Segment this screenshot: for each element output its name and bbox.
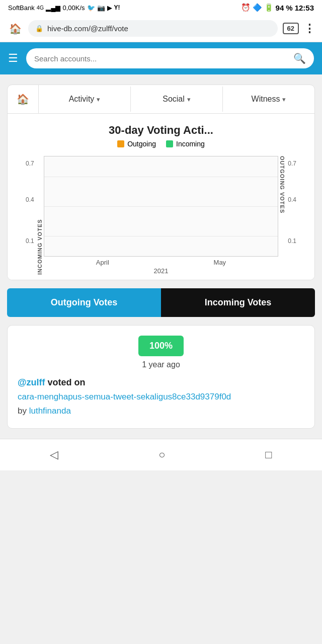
legend-outgoing: Outgoing (117, 140, 156, 148)
nav-card: 🏠 Activity ▾ Social ▾ Witness ▾ 30-day V… (7, 85, 315, 280)
twitter-icon: 🐦 (87, 4, 95, 12)
carrier-text: SoftBank (8, 4, 35, 12)
chart-year: 2021 (44, 267, 278, 275)
vote-percent-badge: 100% (18, 336, 304, 360)
network-type: 4G (37, 5, 44, 11)
y-tick-left-1: 0.7 (26, 160, 34, 167)
youtube-icon: ▶ (107, 4, 112, 12)
battery-level: 94 (276, 4, 284, 12)
url-text: hive-db.com/@zulff/vote (47, 24, 271, 33)
nav-tabs: 🏠 Activity ▾ Social ▾ Witness ▾ (8, 85, 314, 114)
battery-charging: % (286, 4, 292, 12)
time-display: 12:53 (295, 4, 314, 12)
y-tick-right-2: 0.4 (288, 196, 296, 203)
nav-social-label: Social (163, 95, 185, 104)
by-user-text: luthfinanda (29, 406, 71, 416)
nav-tab-activity[interactable]: Activity ▾ (39, 87, 131, 112)
y-tick-left-3: 0.1 (26, 237, 34, 245)
nav-witness-label: Witness (252, 95, 280, 104)
main-content: 🏠 Activity ▾ Social ▾ Witness ▾ 30-day V… (0, 74, 322, 439)
grid-line-2 (44, 206, 278, 207)
x-labels: April May (44, 259, 278, 266)
lock-icon: 🔒 (35, 25, 43, 32)
vote-percent-value: 100% (138, 336, 184, 356)
grid-line-3 (44, 236, 278, 236)
instagram-icon: 📷 (97, 4, 105, 12)
chart-title: 30-day Voting Acti... (13, 124, 309, 137)
outgoing-dot (117, 140, 124, 147)
status-bar: SoftBank 4G ▂▄▆ 0,00K/s 🐦 📷 ▶ Y! ⏰ 🔷 🔋 9… (0, 0, 322, 15)
vote-time: 1 year ago (18, 360, 304, 369)
nav-tab-witness[interactable]: Witness ▾ (223, 87, 314, 112)
search-icon[interactable]: 🔍 (293, 52, 306, 64)
nav-home-tab[interactable]: 🏠 (8, 85, 39, 113)
bluetooth-icon: 🔷 (253, 3, 262, 12)
yahoo-icon: Y! (114, 4, 120, 11)
vote-card: 100% 1 year ago @zulff voted on cara-men… (7, 325, 315, 429)
chart-grid (44, 156, 278, 257)
y-axis-left-label: INCOMING VOTES (36, 156, 44, 275)
alarm-icon: ⏰ (241, 3, 251, 12)
chart-container: 30-day Voting Acti... Outgoing Incoming … (8, 114, 314, 280)
vote-text: @zulff voted on (18, 377, 304, 388)
browser-bar: 🏠 🔒 hive-db.com/@zulff/vote 62 ⋮ (0, 15, 322, 42)
tab-count[interactable]: 62 (283, 23, 299, 34)
nav-tab-social[interactable]: Social ▾ (131, 87, 223, 112)
bottom-nav: ◁ ○ □ (0, 439, 322, 470)
app-header: ☰ 🔍 (0, 42, 322, 74)
outgoing-votes-button[interactable]: Outgoing Votes (7, 288, 161, 317)
nav-activity-label: Activity (69, 95, 95, 104)
chart-legend: Outgoing Incoming (13, 140, 309, 148)
legend-incoming: Incoming (166, 140, 205, 148)
y-tick-left-2: 0.4 (26, 196, 34, 203)
chart-inner: 0.7 0.4 0.1 0.7 0.4 0.1 (44, 156, 278, 275)
by-text: by (18, 406, 27, 416)
x-label-may: May (214, 259, 226, 266)
vote-post-link[interactable]: cara-menghapus-semua-tweet-sekaligus8ce3… (18, 392, 304, 402)
grid-line-1 (44, 177, 278, 177)
y-tick-right-1: 0.7 (288, 160, 296, 167)
battery-icon: 🔋 (264, 3, 274, 12)
outgoing-label: Outgoing (127, 140, 156, 148)
witness-chevron-icon: ▾ (282, 96, 286, 103)
incoming-votes-button[interactable]: Incoming Votes (161, 288, 315, 317)
vote-header-center: 100% 1 year ago (18, 336, 304, 369)
search-container: 🔍 (26, 48, 314, 68)
social-chevron-icon: ▾ (187, 96, 191, 103)
signal-icon: ▂▄▆ (46, 4, 60, 12)
votes-toggle: Outgoing Votes Incoming Votes (7, 288, 315, 317)
back-button[interactable]: ◁ (35, 446, 73, 463)
vote-by: by luthfinanda (18, 406, 304, 416)
home-button[interactable]: ○ (143, 446, 180, 463)
chart-wrapper: INCOMING VOTES 0.7 0.4 0.1 0.7 0.4 0.1 (13, 156, 309, 275)
activity-chevron-icon: ▾ (97, 96, 100, 103)
incoming-dot (166, 140, 173, 147)
url-bar[interactable]: 🔒 hive-db.com/@zulff/vote (28, 20, 278, 37)
hamburger-menu-icon[interactable]: ☰ (8, 52, 18, 65)
y-axis-right-label: OUTGOING VOTES (278, 156, 286, 275)
voted-on-label: voted on (48, 377, 86, 387)
browser-home-icon[interactable]: 🏠 (7, 21, 23, 37)
vote-username: @zulff (18, 377, 45, 387)
status-left: SoftBank 4G ▂▄▆ 0,00K/s 🐦 📷 ▶ Y! (8, 4, 120, 12)
more-options-icon[interactable]: ⋮ (304, 22, 315, 35)
x-label-april: April (96, 259, 109, 266)
incoming-label: Incoming (176, 140, 205, 148)
search-input[interactable] (34, 54, 289, 63)
y-tick-right-3: 0.1 (288, 237, 296, 245)
status-right: ⏰ 🔷 🔋 94 % 12:53 (241, 3, 314, 12)
recent-apps-button[interactable]: □ (250, 446, 287, 463)
data-speed: 0,00K/s (62, 4, 85, 12)
